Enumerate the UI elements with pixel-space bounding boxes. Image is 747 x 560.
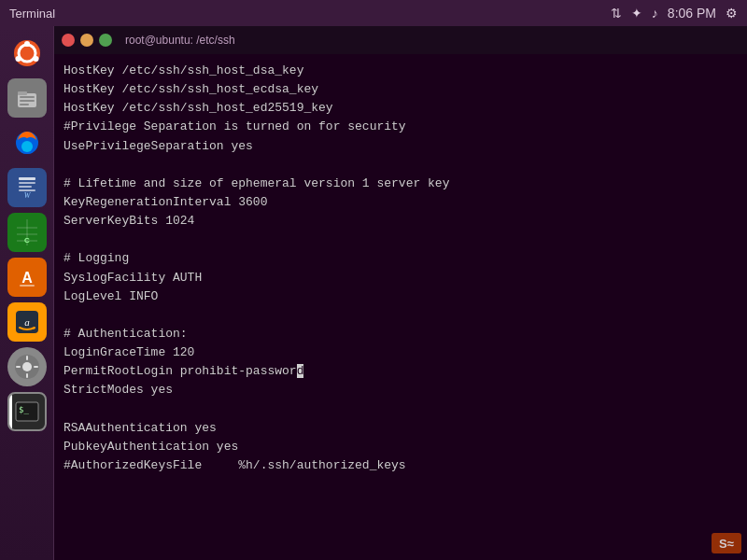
svg-rect-7 [20,96,35,98]
watermark: S≈ [712,533,741,556]
sidebar-item-files[interactable] [7,78,47,118]
svg-rect-34 [16,366,21,368]
system-bar-app-title: Terminal [9,7,55,21]
svg-rect-8 [20,100,35,102]
window-close-button[interactable] [62,34,75,47]
system-bar: Terminal ⇅ ✦ ♪ 8:06 PM ⚙ [0,0,747,26]
sidebar-item-terminal[interactable]: $_ [7,392,47,431]
volume-icon[interactable]: ♪ [652,6,658,21]
sidebar-item-firefox[interactable] [7,123,47,162]
sidebar-item-ubuntu[interactable] [7,34,47,73]
svg-text:A: A [21,270,33,286]
clock: 8:06 PM [668,6,716,21]
terminal-body[interactable]: HostKey /etc/ssh/ssh_host_dsa_key HostKe… [54,54,747,560]
system-bar-left: Terminal [9,7,55,21]
svg-rect-6 [18,91,27,95]
sidebar: W C A a [0,26,54,560]
svg-rect-14 [19,182,35,184]
settings-icon[interactable]: ⚙ [726,6,738,21]
terminal-title: root@ubuntu: /etc/ssh [125,34,235,47]
svg-rect-13 [19,177,35,180]
svg-text:$_: $_ [19,405,29,414]
main-layout: W C A a [0,26,747,560]
svg-point-2 [24,41,30,47]
sidebar-item-libreoffice-calc[interactable]: C [7,213,47,252]
terminal-cursor: d [297,364,304,378]
svg-point-3 [15,56,21,62]
active-indicator [9,394,12,429]
window-maximize-button[interactable] [99,34,112,47]
svg-point-31 [22,362,32,371]
svg-rect-15 [19,186,32,188]
svg-rect-33 [26,373,28,378]
svg-text:a: a [24,316,30,328]
sidebar-item-software-center[interactable]: A [7,258,47,297]
svg-rect-9 [20,104,29,105]
svg-text:C: C [24,236,30,245]
terminal-content: HostKey /etc/ssh/ssh_host_dsa_key HostKe… [63,62,738,475]
sidebar-item-libreoffice-writer[interactable]: W [7,168,47,207]
sidebar-item-amazon[interactable]: a [7,302,47,342]
terminal-window: root@ubuntu: /etc/ssh HostKey /etc/ssh/s… [54,26,747,560]
svg-rect-35 [34,366,38,368]
svg-point-11 [21,141,33,152]
bluetooth-icon[interactable]: ✦ [631,6,642,21]
window-minimize-button[interactable] [80,34,93,47]
svg-point-4 [33,56,38,62]
system-bar-right: ⇅ ✦ ♪ 8:06 PM ⚙ [611,6,738,21]
svg-rect-32 [26,356,28,360]
svg-rect-26 [20,285,35,287]
sort-icon[interactable]: ⇅ [611,6,622,21]
sidebar-item-system-settings[interactable] [7,347,47,386]
terminal-titlebar: root@ubuntu: /etc/ssh [54,26,747,54]
svg-text:S≈: S≈ [719,537,734,551]
